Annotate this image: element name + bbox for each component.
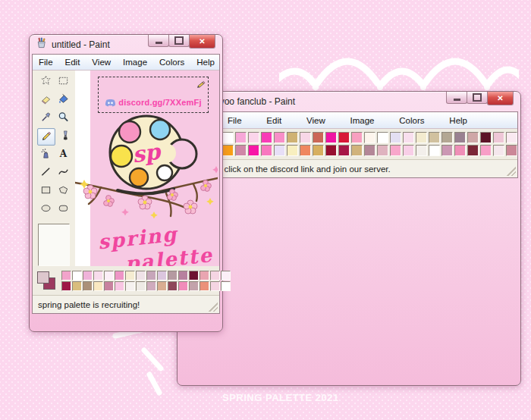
palette-swatch[interactable] [261, 132, 272, 143]
palette-swatch[interactable] [441, 145, 453, 156]
menu-file[interactable]: File [33, 58, 59, 67]
close-button[interactable]: ✕ [189, 35, 215, 49]
minimize-button[interactable] [446, 92, 467, 104]
menu-help[interactable]: Help [190, 58, 221, 67]
palette-swatch[interactable] [235, 132, 247, 143]
palette-swatch[interactable] [377, 132, 388, 143]
palette-swatch[interactable] [221, 271, 231, 281]
palette-swatch[interactable] [467, 145, 479, 156]
palette-swatch[interactable] [136, 271, 146, 281]
tool-freeform-select-button[interactable] [37, 74, 55, 91]
menu-edit[interactable]: Edit [266, 116, 281, 125]
palette-swatch[interactable] [429, 145, 440, 156]
palette-swatch[interactable] [274, 145, 285, 156]
palette-swatch[interactable] [178, 271, 188, 281]
palette-swatch[interactable] [72, 271, 82, 281]
tool-rectangle-button[interactable] [37, 183, 55, 200]
menu-image[interactable]: Image [350, 116, 375, 125]
palette-swatch[interactable] [480, 145, 492, 156]
palette-swatch[interactable] [454, 132, 466, 143]
palette-swatch[interactable] [178, 281, 188, 291]
palette-swatch[interactable] [222, 132, 234, 143]
palette-swatch[interactable] [189, 271, 199, 281]
tool-line-button[interactable] [37, 165, 55, 182]
palette-swatch[interactable] [222, 145, 234, 156]
palette-swatch[interactable] [506, 145, 517, 156]
menu-image[interactable]: Image [117, 58, 153, 67]
palette-swatch[interactable] [364, 132, 375, 143]
palette-swatch[interactable] [480, 132, 492, 143]
tool-polygon-button[interactable] [55, 183, 73, 200]
close-button[interactable]: ✕ [487, 92, 514, 105]
palette-swatch[interactable] [93, 271, 103, 281]
menu-file[interactable]: File [228, 116, 242, 125]
palette-swatch[interactable] [248, 145, 259, 156]
palette-swatch[interactable] [115, 281, 124, 291]
paint-canvas[interactable]: sp [75, 71, 219, 266]
maximize-button[interactable] [168, 35, 190, 47]
tool-pencil-button[interactable] [37, 128, 55, 146]
palette-swatch[interactable] [93, 281, 103, 291]
palette-swatch[interactable] [454, 145, 466, 156]
palette-swatch[interactable] [416, 132, 427, 143]
palette-swatch[interactable] [403, 145, 414, 156]
palette-swatch[interactable] [325, 132, 337, 143]
palette-swatch[interactable] [261, 145, 272, 156]
palette-swatch[interactable] [338, 132, 350, 143]
palette-swatch[interactable] [351, 132, 363, 143]
resize-grip[interactable] [507, 167, 516, 176]
tool-eraser-button[interactable] [37, 92, 55, 109]
tool-text-button[interactable]: A [55, 146, 73, 164]
maximize-button[interactable] [467, 92, 488, 104]
palette-swatch[interactable] [221, 281, 231, 291]
palette-swatch[interactable] [467, 132, 479, 143]
palette-swatch[interactable] [125, 271, 135, 281]
palette-swatch[interactable] [72, 281, 82, 291]
palette-swatch[interactable] [104, 271, 114, 281]
palette-swatch[interactable] [61, 281, 71, 291]
resize-grip[interactable] [209, 302, 218, 312]
palette-swatch[interactable] [248, 132, 259, 143]
tool-ellipse-button[interactable] [37, 201, 55, 218]
palette-swatch[interactable] [377, 145, 388, 156]
palette-swatch[interactable] [168, 281, 178, 291]
menu-help[interactable]: Help [449, 116, 467, 125]
palette-swatch[interactable] [364, 145, 375, 156]
palette-swatch[interactable] [136, 281, 146, 291]
minimize-button[interactable] [148, 35, 169, 47]
palette-swatch[interactable] [313, 145, 324, 156]
menu-edit[interactable]: Edit [59, 58, 86, 67]
menu-colors[interactable]: Colors [153, 58, 190, 67]
palette-swatch[interactable] [200, 281, 209, 291]
palette-swatch[interactable] [157, 281, 167, 291]
palette-swatch[interactable] [274, 132, 285, 143]
palette-swatch[interactable] [115, 271, 124, 281]
palette-swatch[interactable] [146, 271, 156, 281]
palette-swatch[interactable] [325, 145, 337, 156]
menu-colors[interactable]: Colors [399, 116, 424, 125]
discord-link[interactable]: discord.gg/7XXemFj [105, 98, 201, 107]
palette-swatch[interactable] [83, 281, 93, 291]
tool-brush-button[interactable] [55, 128, 73, 146]
palette-swatch[interactable] [200, 271, 209, 281]
selection-box[interactable]: discord.gg/7XXemFj [98, 77, 209, 113]
tool-curve-button[interactable] [55, 165, 73, 182]
palette-swatch[interactable] [189, 281, 199, 291]
menu-view[interactable]: View [86, 58, 117, 67]
palette-swatch[interactable] [287, 132, 298, 143]
palette-swatch[interactable] [61, 271, 71, 281]
palette-swatch[interactable] [210, 281, 220, 291]
palette-swatch[interactable] [235, 145, 247, 156]
tool-magnifier-button[interactable] [55, 110, 73, 127]
palette-swatch[interactable] [390, 145, 401, 156]
tool-color-picker-button[interactable] [37, 110, 55, 127]
palette-swatch[interactable] [351, 145, 363, 156]
palette-swatch[interactable] [441, 132, 453, 143]
palette-swatch[interactable] [429, 132, 440, 143]
palette-swatch[interactable] [493, 145, 504, 156]
palette-swatch[interactable] [338, 145, 350, 156]
palette-swatch[interactable] [390, 132, 401, 143]
palette-swatch[interactable] [493, 132, 504, 143]
tool-select-button[interactable] [55, 74, 73, 91]
palette-swatch[interactable] [313, 132, 324, 143]
